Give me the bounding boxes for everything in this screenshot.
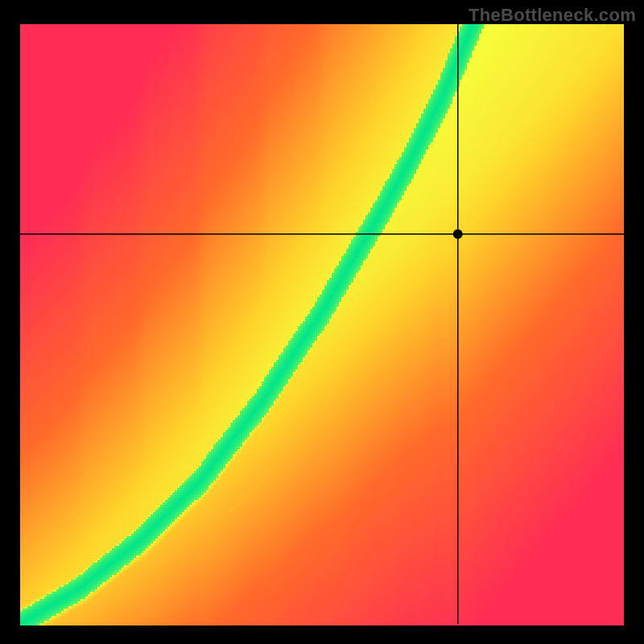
heatmap-canvas <box>0 0 644 644</box>
chart-container: TheBottleneck.com <box>0 0 644 644</box>
watermark: TheBottleneck.com <box>469 5 636 26</box>
